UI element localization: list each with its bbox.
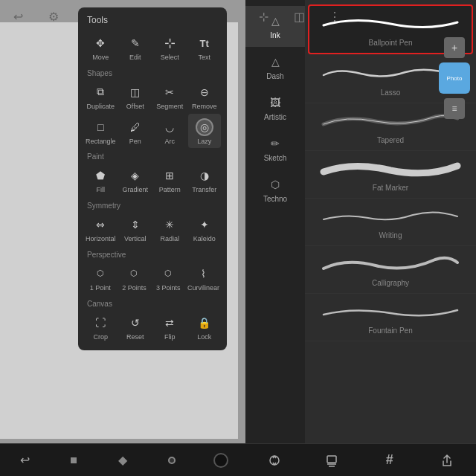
radial-tool[interactable]: ✳ Radial	[153, 211, 186, 246]
undo-button[interactable]: ↩	[13, 448, 36, 472]
bottom-toolbar-left: ↩ ◆	[0, 443, 245, 476]
category-artistic[interactable]: 🖼 Artistic	[245, 88, 305, 129]
tools-paint-grid: ⬟ Fill ◈ Gradient ⊞ Pattern ◑ Transfer	[81, 162, 224, 197]
kaleido-tool[interactable]: ✦ Kaleido	[188, 211, 221, 246]
fountain-pen-preview	[311, 297, 470, 327]
rectangle-icon: □	[91, 118, 109, 136]
radial-icon: ✳	[161, 216, 178, 234]
layers-button[interactable]	[320, 448, 344, 472]
pattern-tool[interactable]: ⊞ Pattern	[153, 162, 187, 197]
remove-icon: ⊖	[196, 83, 213, 101]
2points-icon: ⬡	[125, 265, 143, 283]
horizontal-tool[interactable]: ⇔ Horizontal	[84, 211, 118, 246]
lazy-tool[interactable]: ◎ Lazy	[188, 114, 221, 149]
horizontal-icon: ⇔	[91, 216, 109, 234]
svg-rect-1	[327, 456, 336, 463]
pen-icon: 🖊	[126, 118, 144, 136]
photo-label: Photo	[447, 75, 463, 82]
arc-tool[interactable]: ◡ Arc	[153, 114, 186, 149]
pattern-label: Pattern	[159, 186, 181, 194]
back-button[interactable]: ↩	[7, 6, 28, 27]
tools-shapes-grid1: ⧉ Duplicate ◫ Offset ✂ Segment ⊖ Remove	[81, 79, 224, 114]
vertical-tool[interactable]: ⇕ Vertical	[119, 211, 152, 246]
rectangle-label: Rectangle	[86, 138, 116, 146]
brush-small-button[interactable]	[62, 448, 86, 472]
lazy-icon: ◎	[196, 118, 213, 136]
3points-tool[interactable]: ⬡ 3 Points	[152, 260, 184, 295]
horizontal-label: Horizontal	[86, 235, 116, 243]
category-techno[interactable]: ⬡ Techno	[245, 170, 305, 210]
curvilinear-tool[interactable]: ⌇ Curvilinear	[186, 260, 221, 295]
calligraphy-stroke-svg	[311, 251, 470, 277]
remove-tool[interactable]: ⊖ Remove	[188, 79, 222, 114]
transform-button[interactable]	[263, 448, 286, 472]
move-tool[interactable]: ✥ Move	[84, 30, 118, 65]
category-sketch[interactable]: ✏ Sketch	[245, 129, 305, 170]
more-icon-btn[interactable]: ⋮	[324, 6, 345, 27]
lock-label: Lock	[197, 333, 211, 341]
duplicate-label: Duplicate	[86, 103, 115, 111]
move-icon: ✥	[91, 34, 109, 52]
layers-icon-btn[interactable]: ◫	[289, 6, 309, 27]
select-tool[interactable]: ⊹ Select	[153, 30, 187, 65]
reset-tool[interactable]: ↺ Reset	[119, 309, 152, 344]
brush-calligraphy[interactable]: Calligraphy	[305, 246, 476, 294]
ink-category-label: Ink	[270, 31, 280, 39]
brush-fountain-pen[interactable]: Fountain Pen	[305, 294, 476, 341]
anchor-icon-btn[interactable]: ⊹	[253, 6, 274, 27]
lazy-label: Lazy	[197, 138, 211, 146]
brush-writing[interactable]: Writing	[305, 199, 476, 246]
text-icon: Tt	[196, 34, 213, 52]
lock-tool[interactable]: 🔒 Lock	[188, 309, 222, 344]
flip-tool[interactable]: ⇄ Flip	[153, 309, 187, 344]
photo-panel[interactable]: Photo	[439, 62, 470, 94]
offset-tool[interactable]: ◫ Offset	[119, 79, 152, 114]
2points-label: 2 Points	[122, 284, 147, 292]
tools-main-grid: ✥ Move ✎ Edit ⊹ Select Tt Text	[81, 30, 224, 65]
pattern-icon: ⊞	[161, 167, 178, 184]
fill-label: Fill	[97, 186, 106, 194]
segment-tool[interactable]: ✂ Segment	[153, 79, 187, 114]
shapes-section-header: Shapes	[81, 65, 224, 79]
writing-preview	[311, 202, 470, 231]
pen-tool[interactable]: 🖊 Pen	[119, 114, 152, 149]
brush-large-button[interactable]	[209, 448, 233, 472]
rectangle-tool[interactable]: □ Rectangle	[84, 114, 118, 149]
brush-medium-button[interactable]	[160, 448, 184, 472]
pen-label: Pen	[129, 138, 141, 146]
crop-tool[interactable]: ⛶ Crop	[84, 309, 118, 344]
crop-icon: ⛶	[91, 314, 109, 332]
brush-fat-marker[interactable]: Fat Marker	[305, 151, 476, 199]
settings-button[interactable]: ⚙	[43, 6, 64, 27]
tools-panel: Tools ✥ Move ✎ Edit ⊹ Select Tt Text Sha…	[78, 7, 227, 350]
techno-category-label: Techno	[263, 195, 287, 203]
text-tool[interactable]: Tt Text	[188, 30, 222, 65]
duplicate-tool[interactable]: ⧉ Duplicate	[84, 79, 118, 114]
share-button[interactable]	[435, 448, 459, 472]
tools-header: Tools	[81, 13, 224, 30]
perspective-section-header: Perspective	[81, 246, 224, 260]
brush-medium-dot	[168, 457, 176, 464]
sliders-button[interactable]: ≡	[444, 98, 465, 119]
hashtag-button[interactable]: #	[378, 448, 402, 472]
share-icon	[440, 453, 454, 468]
tapered-label: Tapered	[311, 136, 470, 147]
add-layer-button[interactable]: +	[444, 37, 465, 58]
top-bar-left: ↩ ⚙	[7, 6, 64, 27]
curvilinear-icon: ⌇	[194, 265, 212, 283]
1point-tool[interactable]: ⬡ 1 Point	[84, 260, 117, 295]
transfer-tool[interactable]: ◑ Transfer	[188, 162, 222, 197]
category-dash[interactable]: △ Dash	[245, 47, 305, 88]
tools-shapes-grid2: □ Rectangle 🖊 Pen ◡ Arc ◎ Lazy	[81, 114, 224, 149]
2points-tool[interactable]: ⬡ 2 Points	[118, 260, 151, 295]
crop-label: Crop	[93, 333, 108, 341]
edit-tool[interactable]: ✎ Edit	[119, 30, 152, 65]
duplicate-icon: ⧉	[91, 83, 109, 101]
gradient-tool[interactable]: ◈ Gradient	[119, 162, 152, 197]
fill-tool[interactable]: ⬟ Fill	[84, 162, 118, 197]
fountain-pen-label: Fountain Pen	[311, 327, 470, 338]
shape-tool-button[interactable]: ◆	[111, 448, 135, 472]
sketch-category-label: Sketch	[264, 154, 287, 162]
3points-icon: ⬡	[159, 265, 177, 283]
1point-icon: ⬡	[91, 265, 109, 283]
